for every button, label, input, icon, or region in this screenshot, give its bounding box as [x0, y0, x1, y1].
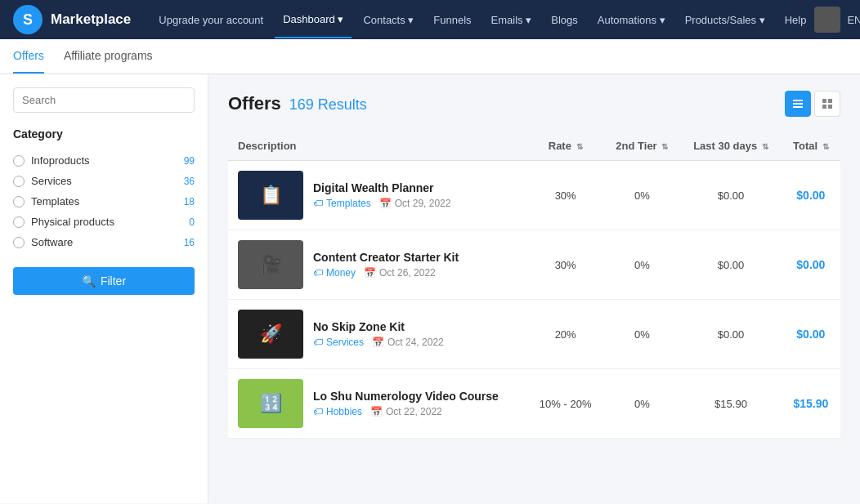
nav-dashboard[interactable]: Dashboard ▾: [275, 2, 352, 38]
offer-tier-2: 0%: [603, 300, 680, 369]
offer-tag-0[interactable]: 🏷 Templates: [313, 198, 371, 209]
offer-name-3[interactable]: Lo Shu Numerology Video Course: [313, 390, 499, 403]
table-row: 🚀 No Skip Zone Kit 🏷 Services 📅 Oct 24, …: [228, 300, 840, 369]
nav-automations[interactable]: Automations ▾: [589, 2, 674, 38]
offer-name-0[interactable]: Digital Wealth Planner: [313, 181, 450, 194]
search-icon: 🔍: [82, 274, 96, 288]
svg-rect-4: [828, 99, 832, 103]
tag-label-3: Hobbies: [326, 406, 362, 417]
search-input[interactable]: [13, 87, 195, 113]
grid-view-button[interactable]: [814, 91, 840, 117]
offer-tag-2[interactable]: 🏷 Services: [313, 337, 364, 348]
thumb-icon-2: 🚀: [260, 323, 282, 345]
offer-total-1: $0.00: [782, 230, 840, 300]
offer-last30-3: $15.90: [680, 369, 781, 439]
col-tier[interactable]: 2nd Tier ⇅: [603, 132, 680, 161]
offer-tier-3: 0%: [603, 369, 680, 439]
tag-icon-3: 🏷: [313, 406, 323, 417]
grid-icon: [821, 97, 834, 110]
col-rate[interactable]: Rate ⇅: [527, 132, 603, 161]
offer-info-2: No Skip Zone Kit 🏷 Services 📅 Oct 24, 20…: [313, 320, 444, 348]
svg-rect-0: [793, 100, 803, 101]
radio-physical: [13, 216, 25, 228]
offer-rate-0: 30%: [527, 161, 603, 230]
tag-icon-2: 🏷: [313, 337, 323, 348]
table-row: 🎥 Content Creator Starter Kit 🏷 Money 📅 …: [228, 230, 840, 300]
offer-desc-cell-2: 🚀 No Skip Zone Kit 🏷 Services 📅 Oct 24, …: [228, 300, 527, 369]
category-software[interactable]: Software 16: [13, 232, 195, 252]
offer-info-0: Digital Wealth Planner 🏷 Templates 📅 Oct…: [313, 181, 450, 209]
thumb-icon-1: 🎥: [260, 254, 282, 275]
category-name-templates: Templates: [31, 195, 179, 207]
logo[interactable]: S Marketplace: [13, 5, 131, 34]
svg-rect-3: [822, 99, 826, 103]
offer-desc-cell-0: 📋 Digital Wealth Planner 🏷 Templates 📅 O…: [228, 161, 527, 230]
offer-tier-0: 0%: [603, 161, 680, 230]
table-header: Description Rate ⇅ 2nd Tier ⇅ Last 30 da…: [228, 132, 840, 161]
table-row: 🔢 Lo Shu Numerology Video Course 🏷 Hobbi…: [228, 369, 840, 439]
topnav-right: EN: [814, 7, 860, 33]
calendar-icon-0: 📅: [379, 198, 392, 209]
nav-upgrade[interactable]: Upgrade your account: [150, 2, 271, 38]
topnav: S Marketplace Upgrade your account Dashb…: [0, 0, 860, 39]
tag-icon-0: 🏷: [313, 198, 323, 209]
category-physical[interactable]: Physical products 0: [13, 212, 195, 232]
subnav: Offers Affiliate programs: [0, 39, 860, 74]
offer-tier-1: 0%: [603, 230, 680, 300]
nav-products[interactable]: Products/Sales ▾: [677, 2, 773, 38]
nav-contacts[interactable]: Contacts ▾: [355, 2, 422, 38]
user-avatar[interactable]: [814, 7, 840, 33]
offer-thumb-3: 🔢: [238, 379, 303, 428]
offer-total-0: $0.00: [782, 161, 840, 230]
radio-software: [13, 237, 25, 248]
list-view-button[interactable]: [785, 91, 811, 117]
offer-last30-2: $0.00: [680, 300, 781, 369]
offer-tag-3[interactable]: 🏷 Hobbies: [313, 406, 362, 417]
sidebar: Category Infoproducts 99 Services 36 Tem…: [0, 74, 208, 503]
offer-name-1[interactable]: Content Creator Starter Kit: [313, 251, 459, 264]
col-description[interactable]: Description: [228, 132, 527, 161]
logo-text: Marketplace: [51, 11, 131, 28]
category-list: Infoproducts 99 Services 36 Templates 18…: [13, 150, 195, 252]
category-title: Category: [13, 127, 195, 140]
radio-services: [13, 176, 25, 187]
offer-name-2[interactable]: No Skip Zone Kit: [313, 320, 444, 333]
offer-rate-1: 30%: [527, 230, 603, 300]
col-last30[interactable]: Last 30 days ⇅: [680, 132, 781, 161]
svg-rect-2: [793, 106, 803, 108]
nav-funnels[interactable]: Funnels: [425, 2, 479, 38]
category-count-infoproducts: 99: [184, 155, 195, 167]
calendar-icon-2: 📅: [372, 337, 384, 348]
category-templates[interactable]: Templates 18: [13, 191, 195, 212]
nav-blogs[interactable]: Blogs: [543, 2, 586, 38]
logo-icon: S: [13, 5, 43, 34]
radio-templates: [13, 196, 25, 207]
offer-info-3: Lo Shu Numerology Video Course 🏷 Hobbies…: [313, 390, 499, 417]
date-label-1: Oct 26, 2022: [379, 267, 436, 279]
svg-rect-1: [793, 103, 803, 105]
offer-desc-cell-1: 🎥 Content Creator Starter Kit 🏷 Money 📅 …: [228, 230, 527, 300]
tab-affiliate[interactable]: Affiliate programs: [64, 39, 153, 74]
col-total[interactable]: Total ⇅: [782, 132, 840, 161]
category-count-software: 16: [184, 237, 195, 248]
offers-tbody: 📋 Digital Wealth Planner 🏷 Templates 📅 O…: [228, 161, 840, 439]
date-label-2: Oct 24, 2022: [387, 337, 444, 348]
category-infoproducts[interactable]: Infoproducts 99: [13, 150, 195, 171]
category-services[interactable]: Services 36: [13, 171, 195, 191]
main-content: Offers 169 Results: [208, 74, 860, 503]
list-icon: [791, 97, 804, 110]
category-count-physical: 0: [189, 216, 195, 228]
language-selector[interactable]: EN: [847, 14, 860, 26]
category-name-software: Software: [31, 236, 179, 248]
offer-last30-1: $0.00: [680, 230, 781, 300]
nav-help[interactable]: Help: [777, 2, 815, 38]
offer-date-1: 📅 Oct 26, 2022: [364, 267, 436, 279]
nav-emails[interactable]: Emails ▾: [483, 2, 540, 38]
offer-tag-1[interactable]: 🏷 Money: [313, 267, 356, 279]
filter-button[interactable]: 🔍 Filter: [13, 267, 195, 295]
sort-rate-icon: ⇅: [576, 142, 583, 151]
offers-header: Offers 169 Results: [228, 91, 840, 117]
tab-offers[interactable]: Offers: [13, 39, 44, 74]
tag-icon-1: 🏷: [313, 267, 323, 279]
calendar-icon-1: 📅: [364, 267, 376, 279]
